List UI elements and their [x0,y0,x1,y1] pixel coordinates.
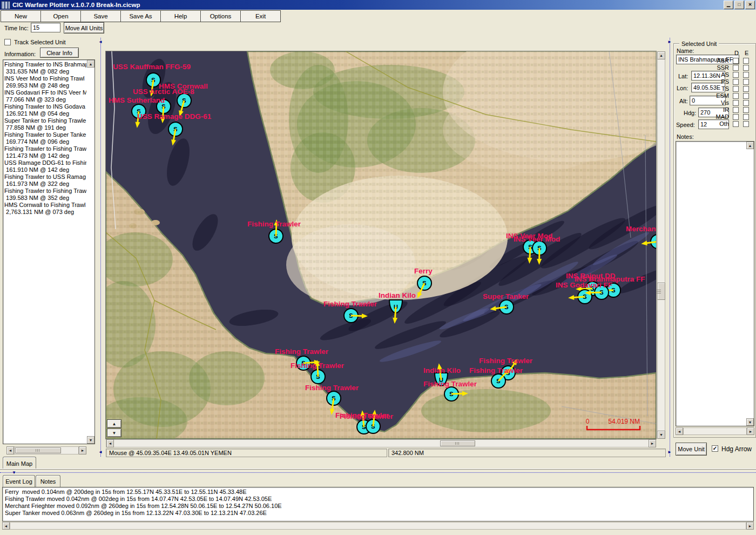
splitter-collapse-icon[interactable]: ▼ [12,471,16,475]
info-line[interactable]: Fishing Trawler to Super Tanke [3,131,86,138]
maximize-button[interactable]: □ [734,1,744,9]
map-hscroll-track[interactable] [106,439,656,447]
info-line[interactable]: 139.583 NM @ 352 deg [3,195,86,202]
splitter-collapse-icon[interactable]: ◄ [98,40,103,44]
info-hscroll-thumb[interactable] [15,447,61,453]
sensor-oth-d-checkbox[interactable] [733,121,739,127]
info-line[interactable]: Fishing Trawler to USS Ramag [3,173,86,180]
event-log-line[interactable]: Fishing Trawler moved 0.042nm @ 002deg i… [4,496,752,503]
right-splitter[interactable]: ► ► [667,38,672,457]
event-hscroll-track[interactable] [10,522,746,530]
info-line[interactable]: INS Veer Mod to Fishing Trawl [3,75,86,82]
splitter-collapse-icon[interactable]: ► [667,450,672,454]
sensor-ssr-e-checkbox[interactable] [743,65,749,71]
map-scroll-up-button[interactable]: ▲ [107,419,122,428]
info-line[interactable]: 269.953 NM @ 248 deg [3,82,86,89]
sensor-ps-d-checkbox[interactable] [733,79,739,85]
sensor-asr-d-checkbox[interactable] [733,58,739,64]
notes-textarea[interactable]: ▲ ▼ [676,141,754,426]
map-scroll-down-button[interactable]: ▼ [107,429,122,437]
event-hscroll-left[interactable]: ◄ [2,522,10,530]
event-hscroll-right[interactable]: ► [746,522,754,530]
sensor-esm-e-checkbox[interactable] [743,93,749,99]
sensor-oth-e-checkbox[interactable] [743,121,749,127]
sensor-vis-e-checkbox[interactable] [743,100,749,106]
splitter-collapse-icon[interactable]: ◄ [98,450,103,454]
sensor-esm-d-checkbox[interactable] [733,93,739,99]
sensor-asr-e-checkbox[interactable] [743,58,749,64]
time-inc-input[interactable] [31,23,60,32]
hdg-arrow-checkbox[interactable]: ✓ [712,445,718,452]
close-button[interactable]: ✕ [745,1,755,9]
tab-main-map[interactable]: Main Map [3,457,36,470]
map-vscroll-thumb[interactable] [657,283,665,300]
sensor-ir-d-checkbox[interactable] [733,107,739,113]
info-line[interactable]: Fishing Trawler to INS Godava [3,103,86,110]
info-line[interactable]: 331.635 NM @ 082 deg [3,68,86,75]
info-line[interactable]: INS Godavari FF to INS Veer M [3,89,86,96]
title-bar[interactable]: CIC Warfare Plotter v.1.0.7.0 Break-In.c… [0,0,756,10]
info-list[interactable]: Fishing Trawler to INS Brahmap 331.635 N… [3,59,95,444]
info-line[interactable]: Super Tanker to Fishing Trawle [3,117,86,124]
map-vscroll-up[interactable]: ▲ [657,51,665,59]
minimize-button[interactable]: ▁ [724,1,733,9]
info-line[interactable]: 121.473 NM @ 142 deg [3,152,86,159]
sensor-ts-d-checkbox[interactable] [733,86,739,92]
info-line[interactable]: 161.973 NM @ 322 deg [3,180,86,188]
map-canvas[interactable]: SSSSSSSSSSUSSSSSSSSSSSUSSSUSS Kauffman F… [106,51,656,439]
notes-hscroll-track[interactable] [683,427,747,435]
map-vscroll-track[interactable] [657,51,665,439]
notes-hscroll-right[interactable]: ► [747,427,754,435]
toolbar-button-exit[interactable]: Exit [240,10,281,22]
map-vscroll-down[interactable]: ▼ [657,431,665,439]
event-log-line[interactable]: Super Tanker moved 0.063nm @ 260deg in 1… [4,510,752,517]
sensor-ssr-d-checkbox[interactable] [733,65,739,71]
toolbar-button-new[interactable]: New [1,10,41,22]
toolbar-button-save[interactable]: Save [80,10,121,22]
notes-scroll-down[interactable]: ▼ [746,418,754,426]
notes-hscroll-left[interactable]: ◄ [676,427,683,435]
toolbar-button-help[interactable]: Help [160,10,201,22]
toolbar-button-open[interactable]: Open [40,10,81,22]
sensor-as-e-checkbox[interactable] [743,72,749,78]
sensor-mad-d-checkbox[interactable] [733,114,739,120]
info-line[interactable]: 169.774 NM @ 096 deg [3,138,86,145]
toolbar-button-options[interactable]: Options [200,10,241,22]
info-line[interactable]: 77.858 NM @ 191 deg [3,124,86,131]
info-hscroll-left[interactable]: ◄ [6,446,14,454]
track-selected-unit-checkbox[interactable] [4,39,11,45]
info-hscroll-right[interactable]: ► [79,446,86,454]
splitter-collapse-icon[interactable]: ► [667,40,672,44]
info-line[interactable]: 161.910 NM @ 142 deg [3,166,86,173]
event-log-line[interactable]: Ferry moved 0.104nm @ 200deg in 15s from… [4,489,752,496]
info-line[interactable]: Fishing Trawler to Fishing Traw [3,188,86,195]
info-line[interactable]: 77.066 NM @ 323 deg [3,96,86,103]
info-line[interactable]: HMS Cornwall to Fishing Trawl [3,202,86,209]
info-line[interactable]: 2,763.131 NM @ 073 deg [3,209,86,216]
sensor-as-d-checkbox[interactable] [733,72,739,78]
toolbar-button-save-as[interactable]: Save As [120,10,161,22]
event-log-line[interactable]: Merchant Frieghter moved 0.092nm @ 260de… [4,503,752,510]
info-line[interactable]: Fishing Trawler to INS Brahmap [3,61,86,68]
info-scroll-up[interactable]: ▲ [87,60,94,68]
info-line[interactable]: USS Ramage DDG-61 to Fishin [3,159,86,166]
tab-notes[interactable]: Notes [36,475,60,487]
map-hscroll-left[interactable]: ◄ [106,439,114,447]
event-log-box[interactable]: Ferry moved 0.104nm @ 200deg in 15s from… [2,487,754,521]
info-scroll-down[interactable]: ▼ [87,436,94,444]
notes-scroll-up[interactable]: ▲ [746,142,754,149]
sensor-ts-e-checkbox[interactable] [743,86,749,92]
info-line[interactable]: Fishing Trawler to Fishing Traw [3,145,86,152]
map-hscroll-right[interactable]: ► [649,439,656,447]
clear-info-button[interactable]: Clear Info [40,48,79,58]
move-unit-button[interactable]: Move Unit [676,443,707,456]
bottom-splitter[interactable]: ▼ [0,471,756,475]
sensor-ps-e-checkbox[interactable] [743,79,749,85]
sensor-vis-d-checkbox[interactable] [733,100,739,106]
info-line[interactable]: 126.921 NM @ 054 deg [3,110,86,117]
move-all-units-button[interactable]: Move All Units [64,22,104,34]
sensor-mad-e-checkbox[interactable] [743,114,749,120]
tab-event-log[interactable]: Event Log [3,475,35,487]
sensor-ir-e-checkbox[interactable] [743,107,749,113]
map-hscroll-thumb[interactable] [440,440,475,446]
